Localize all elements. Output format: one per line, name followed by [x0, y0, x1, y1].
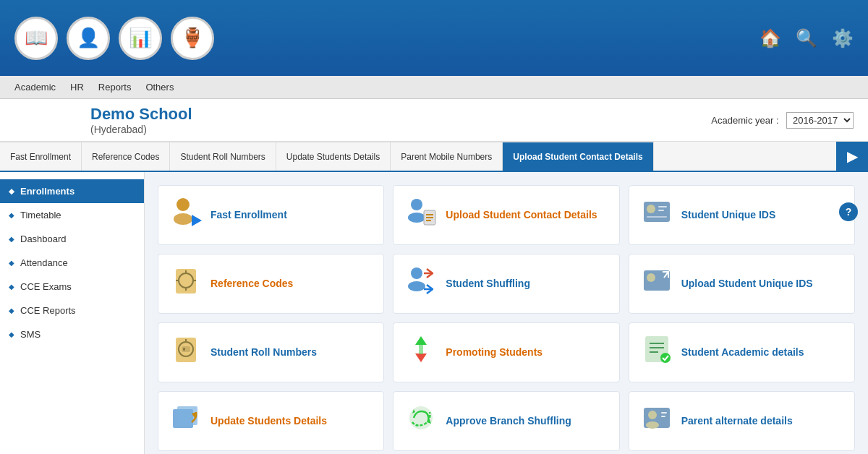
- tile-update-students[interactable]: Update Students Details: [158, 391, 384, 451]
- sidebar-diamond-sms: ◆: [9, 330, 14, 338]
- school-info: Demo School (Hyderabad): [90, 105, 192, 135]
- svg-rect-48: [661, 412, 667, 414]
- tile-parent-alternate[interactable]: Parent alternate details: [629, 391, 855, 451]
- sidebar-item-sms[interactable]: ◆ SMS: [0, 322, 144, 346]
- settings-icon[interactable]: ⚙️: [832, 28, 854, 48]
- upload-student-unique-ids-icon: [641, 265, 673, 303]
- upload-contact-icon: [405, 196, 437, 234]
- school-city: (Hyderabad): [90, 124, 192, 135]
- home-icon[interactable]: 🏠: [760, 28, 781, 48]
- svg-rect-23: [647, 273, 655, 282]
- tab-next-arrow[interactable]: ▶: [836, 142, 868, 171]
- reports-icon[interactable]: 📊: [119, 17, 162, 60]
- tab-reference-codes[interactable]: Reference Codes: [82, 142, 170, 171]
- tile-upload-contact[interactable]: Upload Student Contact Details: [393, 185, 619, 245]
- nav-hr[interactable]: HR: [70, 82, 84, 93]
- header-actions: 🏠 🔍 ⚙️: [760, 28, 854, 48]
- svg-point-20: [411, 267, 422, 279]
- approve-branch-shuffling-icon: [405, 402, 437, 440]
- hr-icon[interactable]: 👤: [67, 17, 110, 60]
- svg-rect-13: [647, 216, 667, 218]
- academic-year-label: Academic year :: [711, 115, 778, 126]
- sidebar-item-attendance[interactable]: ◆ Attendance: [0, 251, 144, 275]
- tile-grid: Fast Enrollment Upload Student Contact D…: [158, 185, 855, 451]
- tab-parent-mobile[interactable]: Parent Mobile Numbers: [391, 142, 503, 171]
- sidebar: ◆ Enrollments ◆ Timetable ◆ Dashboard ◆ …: [0, 172, 145, 454]
- tile-promoting-students[interactable]: Promoting Students: [393, 322, 619, 382]
- tile-student-unique-ids-label: Student Unique IDS: [681, 208, 776, 221]
- academic-year-area: Academic year : 2016-2017 2015-2016 2017…: [711, 112, 854, 129]
- tile-student-shuffling[interactable]: Student Shuffling: [393, 254, 619, 314]
- svg-point-46: [648, 411, 657, 419]
- svg-point-0: [176, 198, 190, 211]
- sidebar-label-attendance: Attendance: [20, 257, 68, 268]
- tile-upload-student-unique-ids[interactable]: Upload Student Unique IDS: [629, 254, 855, 314]
- tile-student-academic[interactable]: Student Academic details: [629, 322, 855, 382]
- student-academic-icon: [641, 333, 673, 372]
- tile-student-shuffling-label: Student Shuffling: [446, 277, 530, 290]
- main-layout: ◆ Enrollments ◆ Timetable ◆ Dashboard ◆ …: [0, 172, 868, 454]
- student-shuffling-icon: [405, 265, 437, 303]
- student-unique-ids-icon: [641, 196, 673, 234]
- svg-rect-49: [661, 416, 665, 417]
- svg-rect-10: [647, 205, 655, 213]
- app-header: 📖 👤 📊 🏺 🏠 🔍 ⚙️: [0, 0, 868, 76]
- tile-upload-unique-ids-label: Upload Student Unique IDS: [681, 277, 813, 290]
- tile-student-unique-ids[interactable]: Student Unique IDS: [629, 185, 855, 245]
- nav-others[interactable]: Others: [145, 82, 174, 93]
- sidebar-item-cce-reports[interactable]: ◆ CCE Reports: [0, 299, 144, 322]
- sidebar-label-sms: SMS: [20, 329, 41, 340]
- nav-reports[interactable]: Reports: [98, 82, 132, 93]
- sidebar-item-timetable[interactable]: ◆ Timetable: [0, 203, 144, 227]
- content-area: Fast Enrollment Upload Student Contact D…: [145, 172, 868, 454]
- tile-reference-codes[interactable]: Reference Codes: [158, 254, 384, 314]
- tab-upload-contact[interactable]: Upload Student Contact Details: [503, 142, 653, 171]
- tile-fast-enrollment-label: Fast Enrollment: [210, 208, 287, 221]
- sidebar-diamond-enrollments: ◆: [9, 187, 14, 195]
- tile-fast-enrollment[interactable]: Fast Enrollment: [158, 185, 384, 245]
- nav-bar: Academic HR Reports Others: [0, 76, 868, 99]
- tile-student-academic-label: Student Academic details: [681, 346, 804, 359]
- sidebar-label-dashboard: Dashboard: [20, 234, 67, 244]
- sidebar-label-cce-exams: CCE Exams: [20, 281, 72, 292]
- svg-marker-2: [192, 215, 202, 226]
- student-roll-numbers-icon: [170, 333, 202, 372]
- sidebar-label-timetable: Timetable: [20, 210, 61, 220]
- svg-point-4: [408, 213, 425, 223]
- help-button[interactable]: ?: [839, 202, 858, 221]
- tile-reference-codes-label: Reference Codes: [210, 277, 293, 290]
- svg-marker-31: [415, 336, 427, 345]
- tile-upload-contact-label: Upload Student Contact Details: [446, 208, 597, 221]
- sidebar-diamond-attendance: ◆: [9, 259, 14, 267]
- tab-student-roll-numbers[interactable]: Student Roll Numbers: [170, 142, 276, 171]
- sidebar-item-dashboard[interactable]: ◆ Dashboard: [0, 227, 144, 251]
- tile-promoting-students-label: Promoting Students: [446, 346, 542, 359]
- sidebar-label-cce-reports: CCE Reports: [20, 305, 76, 316]
- tile-student-roll-numbers[interactable]: Student Roll Numbers: [158, 322, 384, 382]
- svg-rect-12: [658, 210, 664, 211]
- promoting-students-icon: [405, 333, 437, 372]
- school-area: Demo School (Hyderabad) Academic year : …: [0, 99, 868, 142]
- academic-year-select[interactable]: 2016-2017 2015-2016 2017-2018: [786, 112, 854, 129]
- tile-approve-branch-shuffling[interactable]: Approve Branch Shuffling: [393, 391, 619, 451]
- tab-strip: Fast Enrollment Reference Codes Student …: [0, 142, 868, 172]
- svg-point-3: [411, 199, 422, 210]
- tab-fast-enrollment[interactable]: Fast Enrollment: [0, 142, 82, 171]
- tile-update-students-label: Update Students Details: [210, 414, 327, 427]
- sidebar-item-enrollments[interactable]: ◆ Enrollments: [0, 179, 144, 203]
- others-icon[interactable]: 🏺: [171, 17, 214, 60]
- parent-alternate-icon: [641, 402, 673, 440]
- nav-academic[interactable]: Academic: [14, 82, 56, 93]
- sidebar-item-cce-exams[interactable]: ◆ CCE Exams: [0, 275, 144, 299]
- academic-icon[interactable]: 📖: [14, 17, 58, 60]
- svg-point-21: [408, 281, 425, 291]
- tile-approve-branch-label: Approve Branch Shuffling: [446, 414, 571, 427]
- svg-point-1: [174, 213, 192, 225]
- tab-update-students[interactable]: Update Students Details: [276, 142, 391, 171]
- sidebar-diamond-cce-reports: ◆: [9, 307, 14, 314]
- tile-student-roll-numbers-label: Student Roll Numbers: [210, 346, 317, 359]
- svg-rect-9: [644, 202, 670, 222]
- svg-rect-30: [183, 348, 185, 351]
- search-icon[interactable]: 🔍: [796, 28, 817, 48]
- svg-rect-22: [644, 270, 670, 291]
